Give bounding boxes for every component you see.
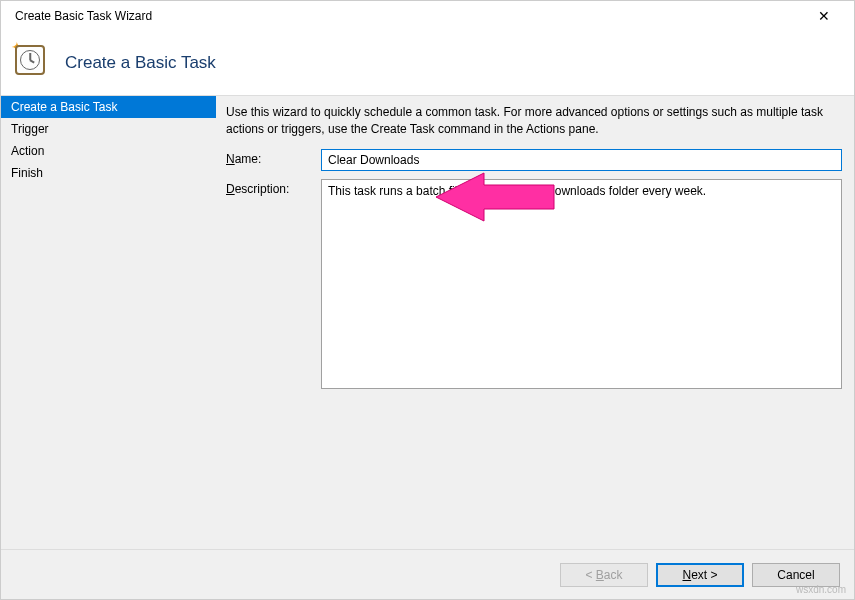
name-label: Name: bbox=[226, 149, 321, 166]
cancel-button[interactable]: Cancel bbox=[752, 563, 840, 587]
close-icon[interactable]: ✕ bbox=[804, 8, 844, 24]
wizard-body: Create a Basic Task Trigger Action Finis… bbox=[1, 96, 854, 551]
sidebar-step-action[interactable]: Action bbox=[1, 140, 216, 162]
sidebar-step-create-basic-task[interactable]: Create a Basic Task bbox=[1, 96, 216, 118]
wizard-header: ✦ Create a Basic Task bbox=[1, 31, 854, 96]
wizard-button-bar: < Back Next > Cancel bbox=[1, 549, 854, 599]
wizard-steps-sidebar: Create a Basic Task Trigger Action Finis… bbox=[1, 96, 216, 551]
watermark-text: wsxdn.com bbox=[796, 584, 846, 595]
wizard-main-pane: Use this wizard to quickly schedule a co… bbox=[216, 96, 854, 551]
name-row: Name: bbox=[226, 149, 842, 171]
window-title: Create Basic Task Wizard bbox=[11, 9, 152, 23]
next-button[interactable]: Next > bbox=[656, 563, 744, 587]
name-input[interactable] bbox=[321, 149, 842, 171]
description-label: Description: bbox=[226, 179, 321, 196]
sidebar-step-trigger[interactable]: Trigger bbox=[1, 118, 216, 140]
sidebar-step-finish[interactable]: Finish bbox=[1, 162, 216, 184]
back-button: < Back bbox=[560, 563, 648, 587]
description-input[interactable] bbox=[321, 179, 842, 389]
intro-text: Use this wizard to quickly schedule a co… bbox=[226, 104, 842, 139]
task-clock-icon: ✦ bbox=[15, 45, 51, 81]
titlebar: Create Basic Task Wizard ✕ bbox=[1, 1, 854, 31]
wizard-title: Create a Basic Task bbox=[65, 53, 216, 73]
description-row: Description: bbox=[226, 179, 842, 389]
